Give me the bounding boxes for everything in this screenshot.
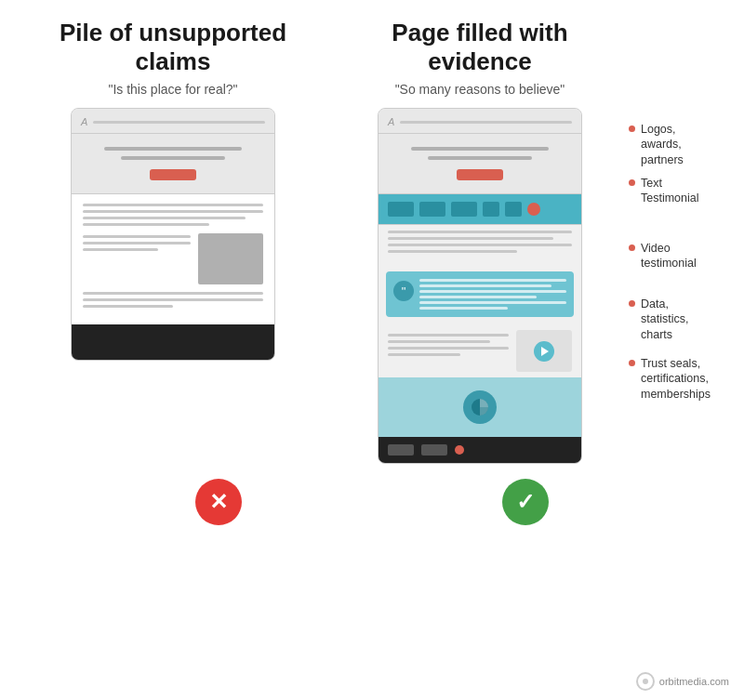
right-title: Page filled with evidence xyxy=(340,19,619,76)
video-testimonial-label: Videotestimonial xyxy=(641,241,697,271)
logos-label: Logos,awards,partners xyxy=(641,122,684,167)
left-hero-cta-button xyxy=(150,169,196,180)
annotation-data-stats: Data,statistics,charts xyxy=(629,291,711,350)
annotation-logos: Logos,awards,partners xyxy=(629,116,711,170)
pie-chart-svg xyxy=(470,397,490,417)
left-content-lines xyxy=(83,204,263,226)
left-subtitle: "Is this place for real?" xyxy=(108,82,237,97)
left-b-line-2 xyxy=(83,298,263,301)
play-triangle xyxy=(541,347,549,356)
logos-dot xyxy=(629,125,635,132)
orbit-inner-dot xyxy=(643,679,648,684)
quote-icon: " xyxy=(393,281,414,301)
orbit-media-credit: orbitmedia.com xyxy=(636,672,729,691)
trust-dot xyxy=(455,445,464,455)
r-line-2 xyxy=(388,237,553,240)
left-line-3 xyxy=(83,217,246,219)
left-phone-header: A xyxy=(72,109,274,134)
annotation-text-testimonial: TextTestimonial xyxy=(629,170,711,235)
t-line-1 xyxy=(419,279,566,282)
logos-section xyxy=(379,194,581,225)
right-address-letter: A xyxy=(388,116,394,127)
t-line-4 xyxy=(419,296,537,298)
r-line-4 xyxy=(388,250,517,253)
logo-6-dot xyxy=(527,203,540,216)
right-hero-line-1 xyxy=(411,147,550,151)
video-text-lines xyxy=(388,330,509,356)
v-line-4 xyxy=(388,353,460,356)
left-b-line-1 xyxy=(83,292,263,295)
right-content-lines xyxy=(388,231,572,253)
t-line-3 xyxy=(419,290,566,293)
text-testimonial-dot xyxy=(629,179,635,186)
logo-1 xyxy=(388,202,414,217)
text-testimonial-section: " xyxy=(386,271,574,317)
right-content-after-logos xyxy=(379,225,581,264)
video-testimonial-dot xyxy=(629,244,635,251)
trust-seals-dot xyxy=(629,360,635,366)
left-s-line-3 xyxy=(83,248,158,251)
right-column-wrapper: Page filled with evidence "So many reaso… xyxy=(340,19,711,464)
annotation-trust-seals: Trust seals,certifications,memberships xyxy=(629,350,711,402)
right-phone-header: A xyxy=(379,109,581,134)
right-hero-cta-button xyxy=(457,169,503,180)
left-s-line-2 xyxy=(83,242,191,244)
left-s-line-1 xyxy=(83,235,191,238)
logo-3 xyxy=(451,202,477,217)
left-bottom-lines xyxy=(83,292,263,308)
r-line-1 xyxy=(388,231,572,233)
annotation-video-testimonial: Videotestimonial xyxy=(629,235,711,291)
left-title: Pile of unsupported claims xyxy=(33,19,312,76)
hero-line-1 xyxy=(104,147,243,151)
logo-4 xyxy=(483,202,499,217)
t-line-5 xyxy=(419,301,566,304)
columns-layout: Pile of unsupported claims "Is this plac… xyxy=(9,19,735,464)
chart-pie-icon xyxy=(463,390,497,424)
data-stats-section xyxy=(379,377,581,437)
data-stats-dot xyxy=(629,300,635,307)
left-column: Pile of unsupported claims "Is this plac… xyxy=(33,19,312,464)
logo-5 xyxy=(505,202,522,217)
v-line-3 xyxy=(388,347,509,350)
trust-block-2 xyxy=(421,444,447,456)
video-testimonial-section xyxy=(379,324,581,377)
left-address-letter: A xyxy=(81,116,87,127)
v-line-1 xyxy=(388,334,509,337)
right-column: Page filled with evidence "So many reaso… xyxy=(340,19,619,464)
check-mark: ✓ xyxy=(516,489,535,515)
left-line-1 xyxy=(83,204,263,206)
right-header-line xyxy=(400,121,572,124)
right-phone-mockup: A xyxy=(378,108,582,464)
t-line-6 xyxy=(419,307,508,310)
left-line-4 xyxy=(83,223,209,226)
hero-line-2 xyxy=(121,156,225,160)
right-phone-hero xyxy=(379,134,581,194)
t-line-2 xyxy=(419,284,551,287)
v-line-2 xyxy=(388,340,491,343)
x-mark: ✕ xyxy=(209,489,228,515)
left-phone-mockup: A xyxy=(71,108,275,361)
data-stats-label: Data,statistics,charts xyxy=(641,297,688,342)
check-icon-good: ✓ xyxy=(502,479,549,525)
left-phone-hero xyxy=(72,134,274,194)
trust-seals-section xyxy=(379,437,581,463)
left-image-placeholder xyxy=(198,233,263,284)
left-b-line-3 xyxy=(83,305,173,308)
left-header-line xyxy=(93,121,265,124)
annotations-panel: Logos,awards,partners TextTestimonial Vi… xyxy=(629,19,711,402)
orbit-text: orbitmedia.com xyxy=(659,676,729,687)
quote-mark: " xyxy=(402,284,406,298)
x-icon-bad: ✕ xyxy=(195,479,242,525)
testimonial-text-lines xyxy=(419,279,566,310)
bottom-icons-row: ✕ ✓ xyxy=(9,479,735,525)
play-button-icon xyxy=(534,341,554,362)
trust-block-1 xyxy=(388,444,414,456)
r-line-3 xyxy=(388,244,572,246)
left-content-row xyxy=(83,233,263,284)
left-line-2 xyxy=(83,210,263,213)
text-testimonial-label: TextTestimonial xyxy=(641,176,699,206)
main-container: Pile of unsupported claims "Is this plac… xyxy=(0,0,744,700)
right-subtitle: "So many reasons to believe" xyxy=(395,82,565,97)
orbit-logo-icon xyxy=(636,672,655,691)
left-side-lines xyxy=(83,233,191,284)
